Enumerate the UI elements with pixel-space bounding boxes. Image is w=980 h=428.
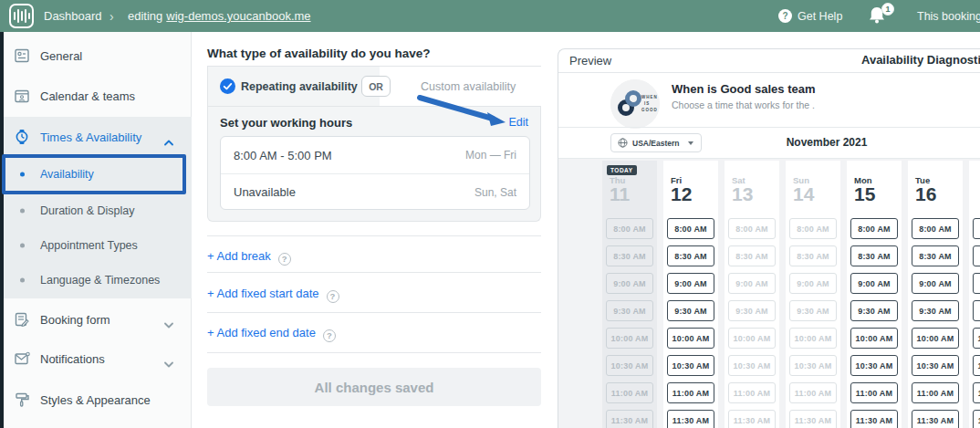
time-slot-button[interactable]: 9:30 AM: [973, 300, 980, 321]
time-slot-button: 8:00 AM: [606, 218, 653, 239]
time-slot-button[interactable]: 9:30 AM: [850, 300, 898, 321]
time-slot-button[interactable]: 10:00 AM: [973, 328, 980, 349]
team-tagline: Choose a time that works for the .: [672, 99, 815, 110]
working-hours-row[interactable]: 8:00 AM - 5:00 PM Mon — Fri: [221, 137, 529, 173]
availability-question: What type of availability do you have?: [207, 47, 431, 60]
time-slot-button: 9:00 AM: [728, 273, 776, 294]
notifications-bell-button[interactable]: 1: [867, 4, 894, 29]
time-slot-button[interactable]: 10:30 AM: [912, 355, 959, 376]
time-slot-button[interactable]: 11:30 AM: [912, 410, 959, 428]
breadcrumb-separator: ›: [109, 0, 114, 32]
sidebar-item-booking-form[interactable]: Booking form: [0, 307, 192, 332]
chevron-up-icon: [164, 134, 173, 141]
bullet-icon: [20, 278, 25, 283]
time-slot-button[interactable]: 10:30 AM: [667, 355, 714, 376]
time-slot-button[interactable]: 8:00 AM: [912, 218, 959, 239]
add-break-link[interactable]: + Add break?: [207, 249, 291, 266]
day-date-label: 16: [915, 183, 936, 205]
breadcrumb-editing-prefix: editing: [128, 9, 162, 23]
sidebar-item-language-timezones[interactable]: Language & Timezones: [0, 267, 192, 293]
time-slot-button[interactable]: 9:30 AM: [667, 300, 714, 321]
timezone-selector[interactable]: USA/Eastern: [610, 133, 702, 152]
custom-availability-option[interactable]: Custom availability: [381, 67, 541, 106]
sidebar-item-calendar-teams[interactable]: Calendar & teams: [0, 83, 192, 109]
hours-value: Unavailable: [234, 185, 296, 199]
working-hours-row[interactable]: Unavailable Sun, Sat: [221, 173, 529, 210]
time-slot-button[interactable]: 8:30 AM: [850, 245, 898, 266]
help-circle-icon[interactable]: ?: [327, 290, 339, 303]
time-slot-button[interactable]: 11:00 AM: [973, 382, 980, 403]
time-slot-button: 8:30 AM: [728, 245, 776, 266]
sidebar-item-appointment-types[interactable]: Appointment Types: [0, 233, 192, 258]
time-slot-button[interactable]: 10:30 AM: [850, 355, 898, 376]
time-slot-button[interactable]: 10:00 AM: [667, 328, 714, 349]
sidebar-item-label: Times & Availability: [40, 130, 141, 144]
time-slot-button: 9:30 AM: [789, 300, 837, 321]
sidebar-item-notifications[interactable]: Notifications: [0, 346, 192, 371]
today-badge: TODAY: [607, 165, 637, 175]
time-slot-button[interactable]: 11:00 AM: [850, 382, 898, 403]
time-slot-button[interactable]: 8:30 AM: [912, 245, 959, 266]
time-slot-button[interactable]: 8:30 AM: [973, 245, 980, 266]
account-menu[interactable]: This booking: [917, 0, 980, 32]
repeating-availability-option[interactable]: Repeating availability: [208, 67, 380, 106]
help-circle-icon[interactable]: ?: [278, 253, 291, 266]
time-slot-button: 9:30 AM: [606, 300, 653, 321]
id-card-icon: [14, 47, 30, 64]
add-fixed-end-date-link[interactable]: + Add fixed end date?: [207, 326, 336, 342]
sidebar-item-styles-appearance[interactable]: Styles & Appearance: [0, 387, 192, 412]
get-help-label: Get Help: [798, 10, 842, 23]
day-date-label: 12: [671, 183, 692, 205]
time-slot-button[interactable]: 8:00 AM: [850, 218, 898, 239]
time-slot-button[interactable]: 8:00 AM: [973, 218, 980, 239]
time-slot-button[interactable]: 11:30 AM: [667, 410, 714, 428]
time-slot-button[interactable]: 11:30 AM: [850, 410, 898, 428]
get-help-button[interactable]: ? Get Help: [778, 0, 842, 32]
time-slot-button: 11:00 AM: [728, 382, 776, 403]
sidebar-item-times-availability[interactable]: Times & Availability: [0, 124, 192, 150]
calendar-person-icon: [14, 88, 30, 104]
ycbm-logo-icon[interactable]: [9, 4, 34, 28]
divider: [207, 352, 541, 353]
time-slot-button[interactable]: 8:30 AM: [667, 245, 714, 266]
form-pencil-icon: [14, 311, 30, 328]
availability-type-selector: Repeating availability OR Custom availab…: [207, 66, 541, 107]
add-fixed-start-date-link[interactable]: + Add fixed start date?: [207, 287, 339, 303]
checked-radio-icon: [220, 78, 235, 94]
edit-working-hours-link[interactable]: Edit: [508, 116, 528, 129]
time-slot-button[interactable]: 9:00 AM: [850, 273, 898, 294]
preview-title: Preview: [569, 54, 611, 68]
day-column-partial: 8:00 AM8:30 AM9:00 AM9:30 AM10:00 AM10:3…: [969, 161, 980, 428]
time-slot-button[interactable]: 10:00 AM: [912, 328, 959, 349]
day-column-thu-11: TODAYThu118:00 AM8:30 AM9:00 AM9:30 AM10…: [602, 161, 657, 428]
chevron-down-icon: [164, 356, 173, 362]
team-name: When is Good sales team: [672, 82, 816, 96]
time-slot-button[interactable]: 11:00 AM: [912, 382, 959, 403]
breadcrumb-editing[interactable]: editing wig-demos.youcanbook.me: [128, 0, 311, 32]
time-slot-button[interactable]: 10:00 AM: [850, 328, 898, 349]
time-slot-button[interactable]: 10:30 AM: [973, 355, 980, 376]
time-slot-button: 11:00 AM: [789, 382, 837, 403]
time-slot-button[interactable]: 11:30 AM: [973, 410, 980, 428]
time-slot-button[interactable]: 11:00 AM: [667, 382, 714, 403]
breadcrumb-dashboard[interactable]: Dashboard: [44, 0, 102, 32]
sidebar-item-general[interactable]: General: [0, 43, 192, 68]
sidebar-item-availability[interactable]: Availability: [0, 162, 192, 187]
hours-value: 8:00 AM - 5:00 PM: [234, 149, 332, 162]
time-slot-button[interactable]: 9:00 AM: [912, 273, 959, 294]
time-slot-button[interactable]: 9:00 AM: [973, 273, 980, 294]
availability-diagnostics-link[interactable]: Availability Diagnosti: [861, 53, 980, 67]
site-link[interactable]: wig-demos.youcanbook.me: [166, 9, 310, 23]
time-slot-button[interactable]: 9:30 AM: [912, 300, 959, 321]
when-is-good-logo-icon: WHEN IS GOOD: [610, 79, 660, 129]
time-slot-button[interactable]: 8:00 AM: [667, 218, 714, 239]
sidebar-item-duration-display[interactable]: Duration & Display: [0, 198, 192, 224]
save-status-button: All changes saved: [207, 368, 541, 406]
time-slot-button: 11:30 AM: [606, 410, 653, 428]
sidebar-item-label: General: [40, 49, 82, 63]
repeating-availability-label: Repeating availability: [241, 80, 358, 93]
time-slot-button: 10:00 AM: [728, 328, 776, 349]
stopwatch-icon: [14, 129, 30, 145]
time-slot-button[interactable]: 9:00 AM: [667, 273, 714, 294]
help-circle-icon[interactable]: ?: [323, 329, 336, 342]
